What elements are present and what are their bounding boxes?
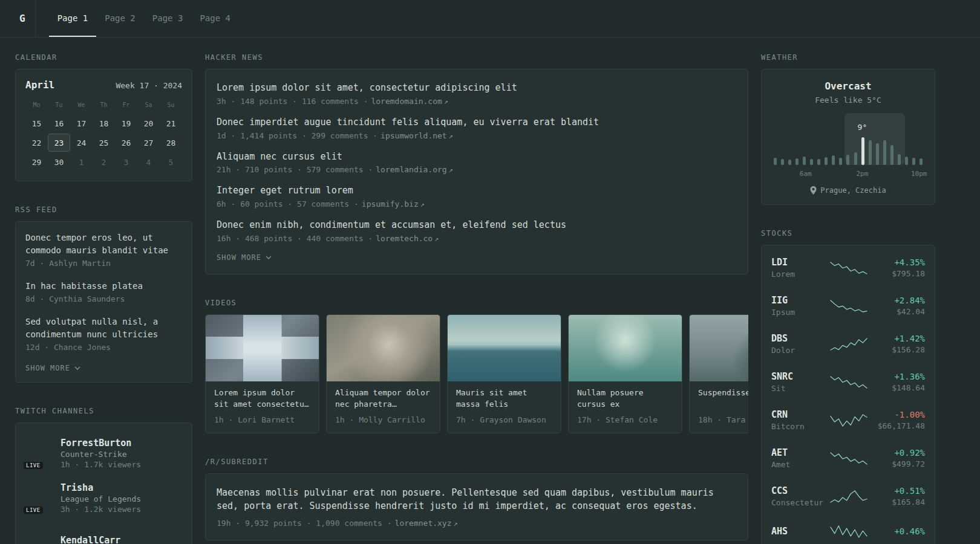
video-card[interactable]: Suspendisse diam 18h · Tara [689,314,748,433]
tab-page-3[interactable]: Page 3 [144,0,192,37]
stock-row[interactable]: AET Amet +0.92% $499.72 [771,439,925,477]
hn-item-title[interactable]: Aliquam nec cursus elit [217,151,737,164]
show-more-label: SHOW MORE [217,253,261,262]
subreddit-post-title[interactable]: Maecenas mollis pulvinar erat non posuer… [217,486,737,513]
twitch-channel-row[interactable]: LIVE ForrestBurton Counter-Strike 1h · 1… [25,433,182,478]
stock-price: $795.18 [869,269,925,278]
tab-page-4[interactable]: Page 4 [191,0,239,37]
weather-bars [774,136,923,165]
rss-item-title[interactable]: Donec tempor eros leo, ut commodo mauris… [25,232,182,257]
external-link-icon: ↗ [444,97,448,106]
stocks-widget-title: STOCKS [761,229,935,238]
video-meta: 1h · Lori Barnett [214,415,310,424]
videos-row: Lorem ipsum dolor sit amet consectetu… 1… [205,314,748,433]
nav-divider [35,0,36,37]
calendar-day-header: Sa [137,98,160,113]
app-logo[interactable]: G [15,0,35,37]
hn-item-domain-link[interactable]: loremdomain.com↗ [371,97,448,106]
calendar-day-header: Tu [48,98,70,113]
videos-widget-title: VIDEOS [205,299,748,307]
rss-item: Donec tempor eros leo, ut commodo mauris… [25,232,182,268]
rss-item-meta: 7d · Ashlyn Martin [25,259,182,268]
stock-row[interactable]: CCS Consectetur +0.51% $165.84 [771,477,925,515]
subreddit-card: Maecenas mollis pulvinar erat non posuer… [205,473,748,540]
hn-show-more-button[interactable]: SHOW MORE [217,253,272,262]
rss-item-title[interactable]: Sed volutpat nulla nisl, a condimentum n… [25,316,182,341]
twitch-widget-title: TWITCH CHANNELS [15,407,192,415]
rss-card: Donec tempor eros leo, ut commodo mauris… [15,221,192,383]
stock-row[interactable]: IIG Ipsum +2.84% $42.04 [771,287,925,325]
calendar-widget-title: CALENDAR [15,53,192,62]
stock-row[interactable]: CRN Bitcorn -1.00% $66,171.48 [771,401,925,439]
stock-price: $148.64 [869,383,925,392]
twitch-card: LIVE ForrestBurton Counter-Strike 1h · 1… [15,423,192,544]
stock-row[interactable]: DBS Dolor +1.42% $156.28 [771,325,925,363]
weather-location-row[interactable]: Prague, Czechia [770,186,926,195]
video-meta: 18h · Tara [698,415,748,424]
external-link-icon: ↗ [449,166,453,174]
calendar-week-year: Week 17 · 2024 [116,81,182,90]
calendar-day-next-month: 4 [137,153,160,171]
video-thumbnail [569,315,682,381]
hn-item-title[interactable]: Integer eget rutrum lorem [217,184,737,198]
video-title: Mauris sit amet massa felis [456,387,552,410]
calendar-day-header: Su [160,98,182,113]
channel-game: League of Legends [60,494,141,504]
stock-sparkline [829,260,868,276]
hn-item-title[interactable]: Donec imperdiet augue tincidunt felis al… [217,116,737,129]
weather-hour-label: 10pm [911,170,927,178]
right-column: WEATHER Overcast Feels like 5°C 9° 6am2p… [761,53,935,544]
calendar-day: 29 [25,153,48,171]
tab-page-1[interactable]: Page 1 [49,0,97,37]
video-card[interactable]: Lorem ipsum dolor sit amet consectetu… 1… [205,314,319,433]
hn-item-meta: 1d · 1,414 points · 299 comments · ipsum… [217,131,737,140]
stock-change: +1.36% [869,372,925,381]
stock-name: Dolor [771,346,828,355]
stock-row[interactable]: LDI Lorem +4.35% $795.18 [771,248,925,287]
calendar-card: April Week 17 · 2024 Mo Tu We Th Fr Sa S… [15,69,192,181]
stock-symbol: IIG [771,295,828,306]
stock-row[interactable]: AHS +0.46% [771,515,925,544]
video-card[interactable]: Mauris sit amet massa felis 7h · Grayson… [447,314,561,433]
page-tabs: Page 1 Page 2 Page 3 Page 4 [49,0,239,37]
hn-item-meta: 6h · 60 points · 57 comments · ipsumify.… [217,199,737,209]
hn-item-domain-link[interactable]: ipsumworld.net↗ [381,131,453,140]
rss-item-meta: 12d · Chance Jones [25,343,182,352]
avatar [25,527,52,544]
channel-meta: 1h · 1.7k viewers [60,460,141,469]
weather-hour-label: 2pm [856,170,868,178]
video-card[interactable]: Aliquam tempor dolor nec pharetra… 1h · … [326,314,440,433]
stock-name: Consectetur [771,498,828,507]
stocks-widget: STOCKS LDI Lorem +4.35% $795.18 IIG [761,229,935,544]
twitch-channel-row[interactable]: LIVE Trisha League of Legends 3h · 1.2k … [25,478,182,522]
tab-page-2[interactable]: Page 2 [96,0,144,37]
stock-name: Bitcorn [771,422,828,431]
calendar-day: 22 [25,134,48,152]
hn-item-stats: 6h · 60 points · 57 comments · [217,199,359,209]
hn-item-title[interactable]: Lorem ipsum dolor sit amet, consectetur … [217,82,737,95]
stock-symbol: DBS [771,333,828,344]
video-card[interactable]: Nullam posuere cursus ex 17h · Stefan Co… [568,314,682,433]
twitch-channel-row[interactable]: KendallCarr [25,522,182,544]
stock-change: +0.51% [869,486,925,496]
hn-item-domain-link[interactable]: loremlandia.org↗ [376,165,453,174]
subreddit-post-domain-link[interactable]: loremnet.xyz↗ [395,519,458,528]
hn-item-domain-link[interactable]: ipsumify.biz↗ [362,199,425,209]
rss-show-more-button[interactable]: SHOW MORE [25,364,80,372]
stock-sparkline [829,336,868,352]
hn-item-title[interactable]: Donec enim nibh, condimentum et accumsan… [217,219,737,232]
twitch-widget: TWITCH CHANNELS LIVE ForrestBurton Count… [15,407,192,544]
rss-item-title[interactable]: In hac habitasse platea [25,280,182,293]
calendar-day: 19 [115,114,137,132]
video-meta: 17h · Stefan Cole [577,415,673,424]
stock-price: $66,171.48 [869,421,925,430]
subreddit-widget-title: /R/SUBREDDIT [205,458,748,466]
stock-sparkline [829,298,868,314]
calendar-day: 28 [160,134,182,152]
hacker-news-widget-title: HACKER NEWS [205,53,748,62]
stock-row[interactable]: SNRC Sit +1.36% $148.64 [771,363,925,401]
hn-item: Donec imperdiet augue tincidunt felis al… [217,116,737,140]
stock-sparkline [829,450,868,466]
hn-item-domain-link[interactable]: loremtech.co↗ [376,234,439,243]
hn-item-stats: 16h · 468 points · 440 comments · [217,234,373,243]
